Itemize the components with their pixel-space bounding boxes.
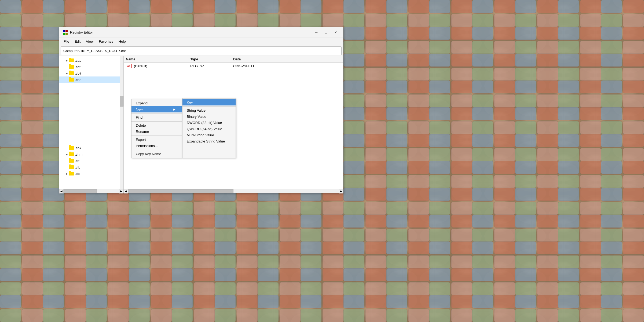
bottom-bar: ◀ ▶ ◀ ▶ <box>59 189 343 193</box>
ab-icon: ab <box>126 64 132 68</box>
submenu-key-label: Key <box>187 100 193 104</box>
row-name: ab (Default) <box>126 64 190 68</box>
right-bottom-scrollbar: ◀ ▶ <box>124 189 343 193</box>
ctx-expand[interactable]: Expand <box>131 100 182 106</box>
scroll-right-arrow[interactable]: ▶ <box>119 189 123 193</box>
folder-icon <box>69 165 74 169</box>
scroll-track[interactable] <box>64 189 119 193</box>
submenu: Key String Value Binary Value DWORD (32-… <box>182 98 236 158</box>
tree-label: .cb7 <box>75 71 82 75</box>
tree-item-cap[interactable]: ▶ .cap <box>59 57 123 64</box>
header-type: Type <box>190 57 233 61</box>
scroll-track[interactable] <box>128 189 339 193</box>
tree-item-cb7[interactable]: ▶ .cb7 <box>59 70 123 76</box>
ctx-find-label: Find... <box>136 115 145 119</box>
scroll-right-arrow[interactable]: ▶ <box>339 189 343 193</box>
tree-item-cif[interactable]: ▶ .cif <box>59 158 123 164</box>
submenu-key[interactable]: Key <box>182 99 236 105</box>
submenu-qword-value[interactable]: QWORD (64-bit) Value <box>182 126 236 132</box>
menu-file[interactable]: File <box>61 39 71 44</box>
tree-label: .cif <box>75 159 79 163</box>
ctx-find[interactable]: Find... <box>131 114 182 120</box>
ctx-separator-1 <box>131 113 182 114</box>
ctx-new-label: New <box>136 107 143 111</box>
minimize-button[interactable]: ─ <box>312 29 321 36</box>
title-bar-controls: ─ □ ✕ <box>312 29 340 36</box>
submenu-multi-string[interactable]: Multi-String Value <box>182 132 236 138</box>
close-button[interactable]: ✕ <box>331 29 340 36</box>
folder-icon <box>69 71 74 75</box>
row-name-text: (Default) <box>134 64 147 68</box>
svg-rect-20 <box>63 33 65 35</box>
submenu-string-value[interactable]: String Value <box>182 107 236 114</box>
tree-label: .cls <box>75 172 80 176</box>
submenu-binary-label: Binary Value <box>187 115 206 119</box>
address-bar[interactable]: Computer\HKEY_CLASSES_ROOT\.cbr <box>61 46 342 55</box>
expand-arrow: ▶ <box>65 172 69 175</box>
menu-view[interactable]: View <box>84 39 96 44</box>
menu-edit[interactable]: Edit <box>72 39 83 44</box>
tree-item-chk[interactable]: ▶ .chk <box>59 145 123 151</box>
data-header: Name Type Data <box>124 56 343 63</box>
registry-icon <box>63 30 68 35</box>
ctx-delete[interactable]: Delete <box>131 122 182 129</box>
folder-icon <box>69 65 74 69</box>
svg-rect-21 <box>65 33 68 35</box>
scroll-left-arrow[interactable]: ◀ <box>124 189 128 193</box>
tree-panel: ▶ .cap ▶ .cat ▶ <box>59 56 124 189</box>
desktop: Registry Editor ─ □ ✕ File Edit View Fav… <box>0 0 644 322</box>
ctx-separator-3 <box>131 136 182 136</box>
folder-icon <box>69 146 74 150</box>
ctx-copy-key-name-label: Copy Key Name <box>136 152 161 156</box>
right-scroll-bar[interactable]: ◀ ▶ <box>124 189 343 193</box>
ctx-new[interactable]: New ▶ <box>131 106 182 112</box>
tree-items: ▶ .cap ▶ .cat ▶ <box>59 56 123 178</box>
data-row-default[interactable]: ab (Default) REG_SZ CDISPSHELL <box>124 63 343 69</box>
expand-arrow: ▶ <box>65 153 69 156</box>
scroll-left-arrow[interactable]: ◀ <box>59 189 64 193</box>
tree-label: .cat <box>75 65 80 69</box>
ctx-rename[interactable]: Rename <box>131 129 182 135</box>
submenu-dword-label: DWORD (32-bit) Value <box>187 121 222 125</box>
menu-favorites[interactable]: Favorites <box>97 39 115 44</box>
menu-help[interactable]: Help <box>116 39 128 44</box>
folder-icon <box>69 78 74 82</box>
tree-item-clb[interactable]: ▶ .clb <box>59 164 123 170</box>
submenu-dword-value[interactable]: DWORD (32-bit) Value <box>182 120 236 126</box>
window-title: Registry Editor <box>70 30 93 34</box>
submenu-qword-label: QWORD (64-bit) Value <box>187 127 222 131</box>
scroll-thumb[interactable] <box>128 189 233 193</box>
folder-icon <box>69 152 74 156</box>
ctx-permissions[interactable]: Permissions... <box>131 143 182 149</box>
submenu-binary-value[interactable]: Binary Value <box>182 114 236 120</box>
left-scroll-bar[interactable]: ◀ ▶ <box>59 189 123 193</box>
ctx-export-label: Export <box>136 138 146 142</box>
submenu-arrow: ▶ <box>173 108 175 111</box>
scroll-thumb[interactable] <box>64 189 97 193</box>
submenu-multi-label: Multi-String Value <box>187 133 214 137</box>
ctx-delete-label: Delete <box>136 123 146 127</box>
folder-icon <box>69 58 74 62</box>
tree-item-cls[interactable]: ▶ .cls <box>59 170 123 177</box>
header-name: Name <box>126 57 190 61</box>
expand-arrow: ▶ <box>65 72 69 75</box>
submenu-separator <box>182 106 236 107</box>
title-bar: Registry Editor ─ □ ✕ <box>59 27 343 38</box>
svg-rect-18 <box>63 30 65 32</box>
submenu-expandable-string[interactable]: Expandable String Value <box>182 138 236 144</box>
folder-icon <box>69 159 74 163</box>
ctx-separator-4 <box>131 150 182 150</box>
ctx-expand-label: Expand <box>136 101 148 105</box>
tree-scrollbar[interactable] <box>120 56 123 189</box>
tree-item-chm[interactable]: ▶ .chm <box>59 151 123 158</box>
submenu-expandable-label: Expandable String Value <box>187 139 225 143</box>
tree-scrollbar-thumb[interactable] <box>120 96 123 107</box>
tree-item-cbr[interactable]: ▶ .cbr <box>59 76 123 83</box>
maximize-button[interactable]: □ <box>322 29 330 36</box>
address-text: Computer\HKEY_CLASSES_ROOT\.cbr <box>63 49 126 53</box>
expand-arrow: ▶ <box>65 59 69 62</box>
ctx-separator-2 <box>131 121 182 122</box>
tree-item-cat[interactable]: ▶ .cat <box>59 64 123 70</box>
ctx-export[interactable]: Export <box>131 137 182 143</box>
ctx-copy-key-name[interactable]: Copy Key Name <box>131 151 182 157</box>
